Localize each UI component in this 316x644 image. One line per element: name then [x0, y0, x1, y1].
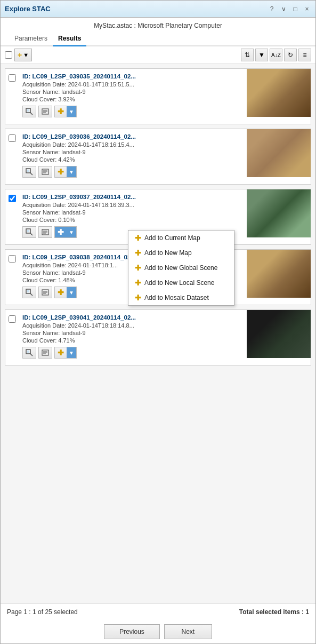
result-thumbnail: [247, 69, 311, 117]
add-local-scene-icon: ✚: [135, 279, 141, 287]
result-action-bar: ✚ ▼: [22, 347, 244, 361]
item-add-button[interactable]: ✚ ▼: [54, 166, 77, 178]
info-detail-button[interactable]: [38, 106, 52, 117]
select-all-checkbox[interactable]: [5, 51, 12, 59]
result-id: ID: LC09_L2SP_039036_20240114_02...: [22, 133, 244, 140]
result-action-bar: ✚ ▼: [22, 106, 244, 120]
result-action-bar: ✚ ▼: [22, 166, 244, 180]
tab-results[interactable]: Results: [53, 31, 86, 46]
result-sensor: Sensor Name: landsat-9: [22, 149, 244, 155]
close-button[interactable]: ×: [303, 5, 311, 13]
caret-icon: ▼: [23, 52, 29, 58]
sort-az-button[interactable]: A↓Z: [270, 49, 282, 61]
item-add-caret-icon: ▼: [67, 166, 76, 177]
refresh-button[interactable]: ↻: [284, 49, 297, 61]
tab-bar: Parameters Results: [1, 31, 315, 46]
page-info: Page 1 : 1 of 25 selected: [7, 608, 78, 616]
item-add-button[interactable]: ✚ ▼: [54, 287, 77, 298]
item-add-button-active[interactable]: ✚ ▼: [54, 226, 77, 238]
toolbar-right-group: ⇅ ▼ A↓Z ↻ ≡: [241, 49, 311, 61]
sort-direction-button[interactable]: ⇅: [241, 49, 254, 61]
svg-line-8: [30, 172, 33, 175]
result-checkbox-area: [5, 250, 19, 305]
result-cloud: Cloud Cover: 3.92%: [22, 96, 244, 102]
info-detail-button[interactable]: [38, 347, 52, 359]
result-id: ID: LC09_L2SP_039037_20240114_02...: [22, 194, 244, 200]
svg-line-22: [30, 293, 33, 296]
add-to-current-map-option[interactable]: ✚ Add to Current Map: [128, 230, 234, 245]
zoom-to-button[interactable]: [22, 287, 36, 298]
svg-line-15: [30, 233, 33, 235]
result-id: ID: LC09_L2SP_039035_20240114_02...: [22, 73, 244, 79]
add-to-map-button[interactable]: + ▼: [14, 49, 32, 61]
result-details: ID: LC09_L2SP_039035_20240114_02... Acqu…: [19, 69, 247, 124]
zoom-to-button[interactable]: [22, 166, 36, 178]
plus-icon: +: [18, 51, 22, 59]
result-acquisition: Acquisition Date: 2024-01-14T18:16:15.4.…: [22, 141, 244, 148]
result-thumbnail: [247, 189, 311, 237]
svg-rect-16: [27, 230, 29, 232]
item-checkbox[interactable]: [9, 134, 16, 142]
zoom-to-button[interactable]: [22, 347, 36, 359]
add-to-mosaic-dataset-option[interactable]: ✚ Add to Mosaic Dataset: [128, 290, 234, 305]
window-controls: ? ∨ □ ×: [268, 5, 311, 13]
maximize-button[interactable]: □: [291, 5, 299, 13]
svg-rect-23: [27, 290, 29, 292]
sort-dropdown-button[interactable]: ▼: [255, 49, 268, 61]
add-to-new-global-scene-option[interactable]: ✚ Add to New Global Scene: [128, 260, 234, 275]
item-checkbox[interactable]: [9, 255, 16, 263]
connection-subtitle: MyStac.astac : Microsoft Planetary Compu…: [1, 18, 315, 31]
result-item: ID: LC09_L2SP_039035_20240114_02... Acqu…: [5, 68, 311, 124]
result-item: ID: LC09_L2SP_039037_20240114_02... Acqu…: [5, 189, 311, 245]
info-detail-button[interactable]: [38, 166, 52, 178]
item-add-caret-icon: ▼: [67, 347, 76, 358]
total-selected: Total selected items : 1: [239, 608, 309, 616]
result-acquisition: Acquisition Date: 2024-01-14T18:18:14.8.…: [22, 322, 244, 329]
add-dropdown-menu: ✚ Add to Current Map ✚ Add to New Map ✚ …: [128, 230, 234, 306]
result-cloud: Cloud Cover: 4.42%: [22, 156, 244, 163]
footer-bar: Page 1 : 1 of 25 selected Total selected…: [1, 603, 315, 620]
item-add-caret-icon: ▼: [67, 106, 76, 117]
item-add-plus-icon: ✚: [55, 347, 67, 358]
item-add-button[interactable]: ✚ ▼: [54, 106, 77, 117]
result-checkbox-area: [5, 69, 19, 124]
result-sensor: Sensor Name: landsat-9: [22, 209, 244, 216]
result-details: ID: LC09_L2SP_039041_20240114_02... Acqu…: [19, 310, 247, 365]
svg-rect-9: [27, 170, 29, 172]
add-to-new-map-option[interactable]: ✚ Add to New Map: [128, 245, 234, 260]
help-button[interactable]: ?: [268, 5, 276, 13]
item-checkbox[interactable]: [9, 74, 16, 82]
item-checkbox[interactable]: [9, 315, 16, 323]
dropdown-button[interactable]: ∨: [279, 5, 288, 13]
item-add-caret-icon: ▼: [67, 227, 76, 237]
zoom-to-button[interactable]: [22, 226, 36, 238]
result-id: ID: LC09_L2SP_039041_20240114_02...: [22, 314, 244, 321]
item-add-button[interactable]: ✚ ▼: [54, 347, 77, 359]
titlebar: Explore STAC ? ∨ □ ×: [1, 1, 315, 18]
window-title: Explore STAC: [5, 5, 268, 13]
result-details: ID: LC09_L2SP_039036_20240114_02... Acqu…: [19, 129, 247, 184]
previous-button[interactable]: Previous: [104, 624, 160, 639]
item-add-plus-icon: ✚: [55, 166, 67, 177]
result-thumbnail: [247, 129, 311, 177]
add-to-new-local-scene-option[interactable]: ✚ Add to New Local Scene: [128, 275, 234, 290]
svg-rect-30: [27, 351, 29, 353]
info-detail-button[interactable]: [38, 226, 52, 238]
info-detail-button[interactable]: [38, 287, 52, 298]
result-item: ID: LC09_L2SP_039036_20240114_02... Acqu…: [5, 129, 311, 185]
tab-parameters[interactable]: Parameters: [9, 31, 53, 46]
info-button[interactable]: ≡: [298, 49, 311, 61]
result-acquisition: Acquisition Date: 2024-01-14T18:15:51.5.…: [22, 81, 244, 88]
main-window: Explore STAC ? ∨ □ × MyStac.astac : Micr…: [0, 0, 316, 644]
result-checkbox-area: [5, 310, 19, 365]
add-current-map-icon: ✚: [135, 234, 141, 242]
item-checkbox[interactable]: [9, 195, 16, 202]
result-sensor: Sensor Name: landsat-9: [22, 89, 244, 95]
result-cloud: Cloud Cover: 0.10%: [22, 217, 244, 223]
item-add-plus-icon: ✚: [55, 106, 67, 117]
zoom-to-button[interactable]: [22, 106, 36, 117]
results-toolbar: + ▼ ⇅ ▼ A↓Z ↻ ≡: [1, 46, 315, 64]
svg-line-1: [30, 112, 33, 115]
next-button[interactable]: Next: [164, 624, 212, 639]
result-thumbnail: [247, 310, 311, 358]
